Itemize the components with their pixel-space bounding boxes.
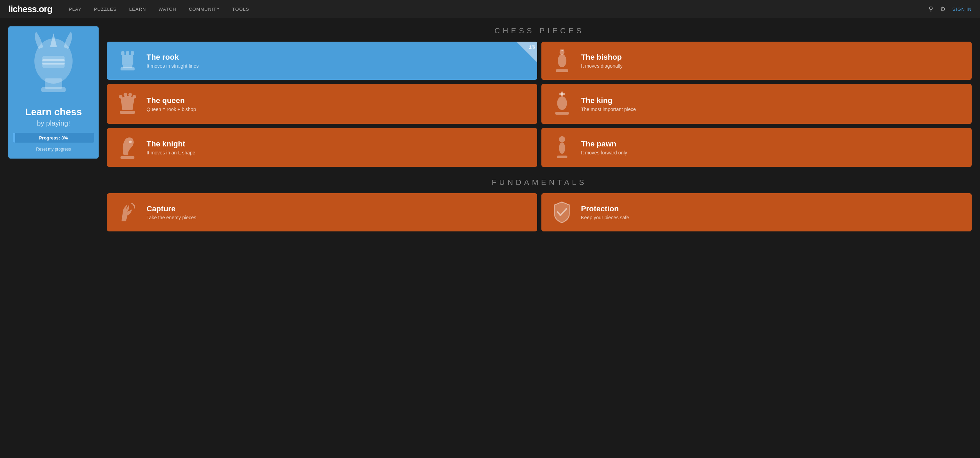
svg-rect-3 [42,63,65,65]
svg-rect-5 [41,87,66,92]
card-knight-title: The knight [146,139,195,149]
sidebar-subtitle: by playing! [37,119,70,127]
svg-point-26 [557,97,567,110]
card-protection-text: Protection Keep your pieces safe [581,204,629,220]
nav-link-tools[interactable]: TOOLS [226,0,256,18]
signin-button[interactable]: SIGN IN [953,6,972,12]
card-queen-text: The queen Queen = rook + bishop [146,96,196,112]
card-king-title: The king [581,96,636,105]
svg-point-14 [558,54,566,68]
card-rook[interactable]: The rook It moves in straight lines 1/6 [107,42,537,80]
card-bishop[interactable]: The bishop It moves diagonally [541,42,972,80]
svg-rect-25 [559,93,565,95]
sidebar-title: Learn chess [25,106,82,118]
svg-rect-8 [126,51,129,55]
svg-rect-2 [42,59,65,61]
gear-icon[interactable]: ⚙ [940,5,946,13]
navbar: lichess.org PLAYPUZZLESLEARNWATCHCOMMUNI… [0,0,980,18]
card-rook-title: The rook [146,53,199,62]
knight-icon [115,135,140,160]
capture-icon [115,200,140,225]
card-king-subtitle: The most important piece [581,106,636,112]
pieces-grid: The rook It moves in straight lines 1/6 … [107,42,972,167]
svg-rect-17 [560,50,564,51]
svg-point-20 [129,93,132,96]
nav-right: ⚲ ⚙ SIGN IN [929,5,972,13]
svg-rect-29 [121,156,134,159]
sidebar-illustration [8,26,99,103]
queen-icon [115,92,140,116]
svg-point-30 [559,136,565,143]
search-icon[interactable]: ⚲ [929,5,933,13]
svg-rect-7 [121,51,124,55]
svg-point-31 [559,143,565,154]
card-bishop-title: The bishop [581,53,623,62]
nav-link-learn[interactable]: LEARN [123,0,152,18]
nav-links: PLAYPUZZLESLEARNWATCHCOMMUNITYTOOLS [62,0,928,18]
svg-rect-12 [123,65,132,68]
card-capture-title: Capture [146,204,196,213]
card-rook-subtitle: It moves in straight lines [146,63,199,69]
card-capture-subtitle: Take the enemy pieces [146,215,196,220]
svg-point-19 [124,93,127,96]
fundamentals-grid: Capture Take the enemy pieces Protection… [107,193,972,231]
sidebar: Learn chess by playing! Progress: 3% Res… [8,26,99,158]
progress-label: Progress: 3% [13,135,94,140]
main-container: Learn chess by playing! Progress: 3% Res… [0,18,980,251]
progress-bar: Progress: 3% [13,133,94,143]
card-capture-text: Capture Take the enemy pieces [146,204,196,220]
card-pawn[interactable]: The pawn It moves forward only [541,128,972,167]
svg-marker-22 [121,96,134,109]
card-protection-title: Protection [581,204,629,213]
svg-rect-23 [120,111,135,114]
card-knight-text: The knight It moves in an L shape [146,139,195,155]
protection-icon [550,200,574,225]
card-queen-subtitle: Queen = rook + bishop [146,106,196,112]
chess-mascot-icon [26,30,81,99]
svg-rect-9 [130,51,134,55]
svg-rect-32 [557,155,568,158]
card-capture[interactable]: Capture Take the enemy pieces [107,193,537,231]
rook-icon [115,50,140,72]
reset-progress-link[interactable]: Reset my progress [36,147,71,152]
site-logo[interactable]: lichess.org [8,4,52,14]
card-protection[interactable]: Protection Keep your pieces safe [541,193,972,231]
king-icon [550,91,574,117]
chess-pieces-title: CHESS PIECES [107,26,972,35]
nav-link-watch[interactable]: WATCH [152,0,182,18]
card-knight[interactable]: The knight It moves in an L shape [107,128,537,167]
nav-link-community[interactable]: COMMUNITY [183,0,226,18]
card-pawn-text: The pawn It moves forward only [581,139,627,155]
svg-rect-1 [42,56,65,68]
pawn-icon [550,135,574,160]
card-king[interactable]: The king The most important piece [541,84,972,124]
svg-point-28 [129,141,132,143]
card-pawn-subtitle: It moves forward only [581,150,627,155]
nav-link-play[interactable]: PLAY [62,0,88,18]
card-king-text: The king The most important piece [581,96,636,112]
card-protection-subtitle: Keep your pieces safe [581,215,629,220]
card-bishop-subtitle: It moves diagonally [581,63,623,69]
svg-rect-27 [555,112,569,115]
svg-rect-15 [556,70,568,72]
fundamentals-title: FUNDAMENTALS [107,178,972,187]
card-queen-title: The queen [146,96,196,105]
card-rook-text: The rook It moves in straight lines [146,53,199,69]
card-badge-text: 1/6 [529,44,535,50]
card-knight-subtitle: It moves in an L shape [146,150,195,155]
card-queen[interactable]: The queen Queen = rook + bishop [107,84,537,124]
nav-link-puzzles[interactable]: PUZZLES [88,0,123,18]
svg-rect-10 [122,55,134,65]
content-area: CHESS PIECES The rook It moves in straig… [107,26,972,242]
card-bishop-text: The bishop It moves diagonally [581,53,623,69]
bishop-icon [550,49,574,73]
card-pawn-title: The pawn [581,139,627,149]
